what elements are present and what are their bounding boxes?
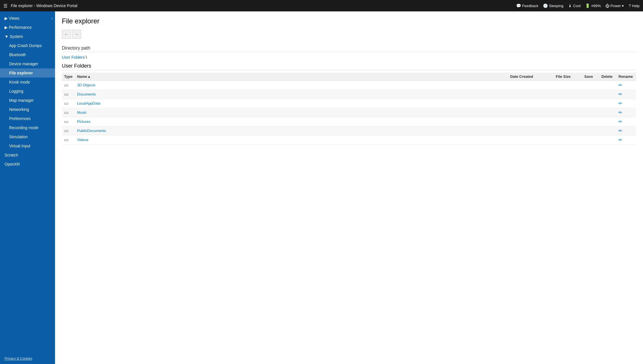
back-button[interactable]: ← (62, 30, 71, 39)
sidebar-item-file-explorer[interactable]: File explorer (0, 68, 55, 78)
cell-rename-3d-objects: ✏ (616, 81, 636, 90)
sidebar-collapse-button[interactable]: ‹ (49, 14, 55, 23)
sidebar-item-app-crash-dumps[interactable]: App Crash Dumps (0, 41, 55, 50)
folder-icon-local-app-data: ▭ (64, 101, 68, 106)
directory-path-label: Directory path (62, 46, 636, 52)
sidebar-item-virtual-input[interactable]: Virtual Input (0, 141, 55, 151)
cell-rename-music: ✏ (616, 108, 636, 117)
cell-date-local-app-data (508, 99, 554, 108)
help-button[interactable]: ? Help (628, 3, 640, 8)
cell-delete-pictures (599, 117, 616, 126)
cell-rename-local-app-data: ✏ (616, 99, 636, 108)
folder-link-public-documents[interactable]: PublicDocuments (77, 129, 106, 133)
sidebar-nav: ▶ Views ▶ Performance ▼ System App Crash… (0, 11, 55, 353)
sidebar-item-openxr[interactable]: OpenXR (0, 160, 55, 169)
rename-button-local-app-data[interactable]: ✏ (618, 101, 622, 106)
col-type: Type (62, 73, 75, 81)
cell-date-pictures (508, 117, 554, 126)
folder-icon-videos: ▭ (64, 137, 68, 142)
temperature-icon: 🌡 (568, 3, 572, 8)
sidebar-item-views[interactable]: ▶ Views (0, 14, 55, 23)
col-delete: Delete (599, 73, 616, 81)
cell-date-music (508, 108, 554, 117)
sidebar-item-recording-mode[interactable]: Recording mode (0, 123, 55, 132)
sidebar-item-logging[interactable]: Logging (0, 87, 55, 96)
cell-name-videos: Videos (75, 135, 508, 145)
cell-name-public-documents: PublicDocuments (75, 126, 508, 135)
topbar: ☰ File explorer - Windows Device Portal … (0, 0, 643, 11)
breadcrumb-link[interactable]: User Folders (62, 55, 85, 60)
cell-save-pictures (582, 117, 599, 126)
sidebar-item-scratch[interactable]: Scratch (0, 151, 55, 160)
folder-link-local-app-data[interactable]: LocalAppData (77, 101, 100, 105)
sidebar-item-bluetooth[interactable]: Bluetooth (0, 50, 55, 59)
cell-name-music: Music (75, 108, 508, 117)
sidebar-item-preferences[interactable]: Preferences (0, 114, 55, 123)
table-row: ▭ Pictures ✏ (62, 117, 636, 126)
col-rename: Rename (616, 73, 636, 81)
battery-icon: 🔋 (585, 3, 590, 8)
rename-button-public-documents[interactable]: ✏ (618, 128, 622, 133)
cell-size-documents (554, 90, 582, 99)
sidebar-item-device-manager[interactable]: Device manager (0, 59, 55, 68)
col-save: Save (582, 73, 599, 81)
cell-date-public-documents (508, 126, 554, 135)
table-row: ▭ Videos ✏ (62, 135, 636, 145)
cell-rename-pictures: ✏ (616, 117, 636, 126)
cell-date-documents (508, 90, 554, 99)
folder-icon-3d-objects: ▭ (64, 83, 68, 88)
sidebar-item-networking[interactable]: Networking (0, 105, 55, 114)
cell-type-music: ▭ (62, 108, 75, 117)
folder-link-3d-objects[interactable]: 3D Objects (77, 83, 95, 87)
cell-rename-public-documents: ✏ (616, 126, 636, 135)
menu-icon[interactable]: ☰ (3, 3, 7, 9)
cell-type-3d-objects: ▭ (62, 81, 75, 90)
file-table: Type Name ▴ Date Created File Size Save … (62, 73, 636, 145)
power-label: Power ▾ (611, 4, 624, 8)
cell-type-videos: ▭ (62, 135, 75, 145)
forward-button[interactable]: → (72, 30, 81, 39)
content-area: File explorer ← → Directory path User Fo… (55, 11, 643, 364)
cell-delete-videos (599, 135, 616, 145)
cell-date-videos (508, 135, 554, 145)
cell-size-3d-objects (554, 81, 582, 90)
power-button[interactable]: ⏻ Power ▾ (605, 3, 624, 8)
folder-link-music[interactable]: Music (77, 110, 87, 115)
sleeping-status[interactable]: 🕐 Sleeping (543, 3, 563, 8)
cell-size-pictures (554, 117, 582, 126)
cell-save-public-documents (582, 126, 599, 135)
help-label: Help (632, 4, 640, 8)
sidebar-item-simulation[interactable]: Simulation (0, 132, 55, 141)
feedback-button[interactable]: 💬 Feedback (516, 3, 538, 8)
temperature-status: 🌡 Cool (568, 3, 581, 8)
breadcrumb-sep: \ (85, 55, 87, 60)
sidebar-item-performance[interactable]: ▶ Performance (0, 23, 55, 32)
rename-button-videos[interactable]: ✏ (618, 137, 622, 143)
rename-button-documents[interactable]: ✏ (618, 91, 622, 97)
rename-button-pictures[interactable]: ✏ (618, 119, 622, 124)
cell-save-music (582, 108, 599, 117)
sleeping-icon: 🕐 (543, 3, 548, 8)
col-name[interactable]: Name ▴ (75, 73, 508, 81)
cell-name-local-app-data: LocalAppData (75, 99, 508, 108)
folder-icon-public-documents: ▭ (64, 128, 68, 133)
help-icon: ? (628, 3, 631, 8)
folder-link-videos[interactable]: Videos (77, 138, 88, 142)
rename-button-music[interactable]: ✏ (618, 110, 622, 115)
cell-save-videos (582, 135, 599, 145)
folder-link-pictures[interactable]: Pictures (77, 119, 90, 124)
sidebar-item-system[interactable]: ▼ System (0, 32, 55, 41)
sidebar-item-kiosk-mode[interactable]: Kiosk mode (0, 78, 55, 87)
cell-size-music (554, 108, 582, 117)
rename-button-3d-objects[interactable]: ✏ (618, 82, 622, 88)
table-row: ▭ Documents ✏ (62, 90, 636, 99)
sidebar-item-map-manager[interactable]: Map manager (0, 96, 55, 105)
cell-size-public-documents (554, 126, 582, 135)
folder-icon-pictures: ▭ (64, 119, 68, 124)
battery-status: 🔋 ≡99% (585, 3, 601, 8)
navigation-buttons: ← → (62, 30, 636, 39)
file-table-body: ▭ 3D Objects ✏ ▭ Documents ✏ (62, 81, 636, 145)
folder-link-documents[interactable]: Documents (77, 92, 96, 96)
folder-icon-music: ▭ (64, 110, 68, 115)
privacy-cookies-link[interactable]: Privacy & Cookies (0, 353, 55, 364)
